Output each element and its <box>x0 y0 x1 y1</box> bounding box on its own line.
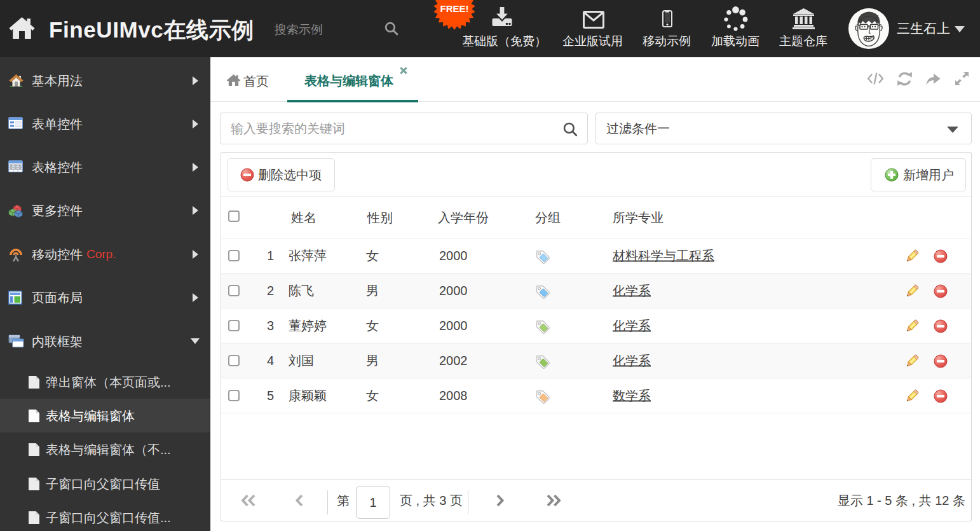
svg-text:FREE!: FREE! <box>440 3 469 14</box>
